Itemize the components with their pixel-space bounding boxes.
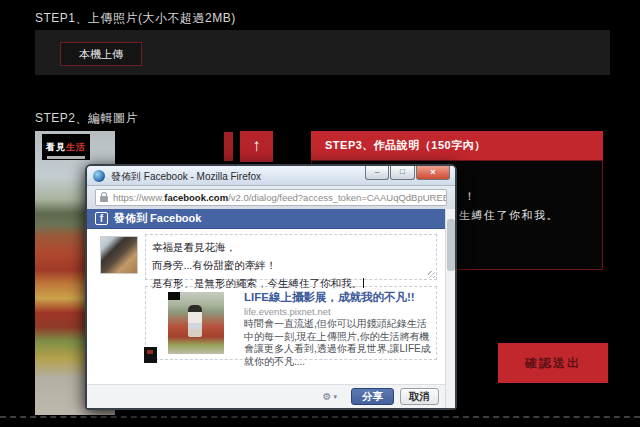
share-button[interactable]: 分享 <box>351 388 394 405</box>
step1-heading: STEP1、上傳照片(大小不超過2MB) <box>35 10 236 27</box>
step3-text-line2: 生縛住了你和我。 <box>459 208 559 223</box>
preview-thumbnail[interactable] <box>168 292 224 354</box>
dialog-footer: ⚙ ▾ 分享 取消 <box>87 384 445 408</box>
window-controls: – □ × <box>364 166 450 180</box>
user-avatar <box>100 236 138 274</box>
step3-heading-banner: STEP3、作品說明（150字內） <box>311 131 603 160</box>
watermark-badge <box>168 292 180 300</box>
photo-banner-text-white: 看見 <box>46 142 66 152</box>
gear-icon: ⚙ <box>323 391 332 402</box>
preview-description: 時間會一直流逝,但你可以用鏡頭紀錄生活中的每一刻,現在上傳照片,你的生活將有機會… <box>244 318 432 368</box>
url-input[interactable]: https://www.facebook.com/v2.0/dialog/fee… <box>95 189 447 206</box>
facebook-dialog-header: f 發佈到 Facebook <box>87 209 455 229</box>
cancel-button[interactable]: 取消 <box>400 388 439 405</box>
thumbnail-figure <box>188 305 202 337</box>
preview-title: LIFE線上攝影展，成就我的不凡!! <box>244 291 432 304</box>
firefox-icon <box>93 170 105 182</box>
url-text: https://www.facebook.com/v2.0/dialog/fee… <box>113 192 447 203</box>
dialog-title: 發佈到 Facebook <box>114 211 201 226</box>
message-textarea[interactable]: 幸福是看見花海， 而身旁...有份甜蜜的牽絆！ 是有形、是無形的繩索，今生縛住了… <box>145 234 437 280</box>
firefox-window: 發佈到 Facebook - Mozilla Firefox – □ × htt… <box>85 164 457 410</box>
scrollbar[interactable] <box>445 209 455 408</box>
message-text: 幸福是看見花海， 而身旁...有份甜蜜的牽絆！ 是有形、是無形的繩索，今生縛住了… <box>152 241 362 289</box>
facebook-logo-icon: f <box>95 212 108 225</box>
mini-thumbnail-selector[interactable] <box>144 347 157 363</box>
move-up-button[interactable]: ↑ <box>240 131 273 162</box>
photo-banner-text-red: 生活 <box>66 142 86 152</box>
window-titlebar[interactable]: 發佈到 Facebook - Mozilla Firefox – □ × <box>87 166 455 186</box>
step3-text-line1: ！ <box>464 189 477 204</box>
edit-area-right-accent <box>224 132 233 161</box>
link-preview-card: LIFE線上攝影展，成就我的不凡!! life.events.pixnet.ne… <box>145 286 437 360</box>
step3-heading: STEP3、作品說明（150字內） <box>325 139 486 151</box>
photo-banner-subtext <box>47 156 85 159</box>
preview-site-url: life.events.pixnet.net <box>244 306 331 317</box>
maximize-button[interactable]: □ <box>390 166 415 180</box>
bottom-dashed-divider <box>0 416 640 418</box>
minimize-button[interactable]: – <box>365 166 389 180</box>
resize-grip[interactable] <box>428 271 435 278</box>
chevron-down-icon: ▾ <box>333 393 337 401</box>
step2-heading: STEP2、編輯圖片 <box>35 110 138 127</box>
close-button[interactable]: × <box>416 166 450 180</box>
url-domain: facebook.com <box>164 192 228 203</box>
privacy-selector-button[interactable]: ⚙ ▾ <box>323 391 337 402</box>
ssl-lock-icon[interactable] <box>100 196 108 202</box>
scrollbar-thumb[interactable] <box>447 219 455 271</box>
window-title: 發佈到 Facebook - Mozilla Firefox <box>111 170 261 184</box>
up-arrow-icon: ↑ <box>252 136 261 155</box>
photo-watermark-banner: 看見生活 <box>42 134 90 160</box>
browser-toolbar: https://www.facebook.com/v2.0/dialog/fee… <box>87 186 455 209</box>
local-upload-button[interactable]: 本機上傳 <box>60 42 142 66</box>
dialog-body: 幸福是看見花海， 而身旁...有份甜蜜的牽絆！ 是有形、是無形的繩索，今生縛住了… <box>87 229 445 384</box>
confirm-submit-button[interactable]: 確認送出 <box>498 343 608 383</box>
